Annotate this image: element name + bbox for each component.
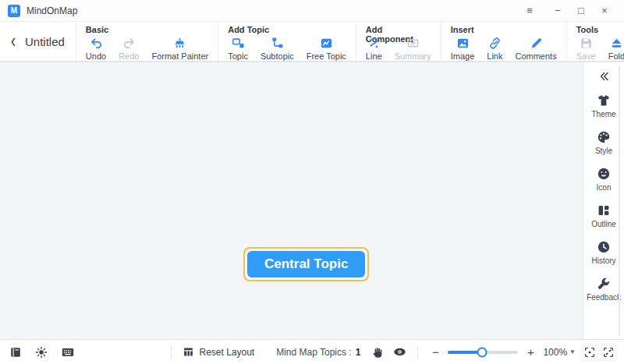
zoom-slider-thumb[interactable] [477, 347, 487, 357]
sidebar-item-feedback[interactable]: Feedback [587, 277, 621, 302]
zoom-dropdown-caret-icon[interactable]: ▼ [569, 348, 576, 355]
section-insert-label: Insert [451, 25, 557, 36]
divider [417, 346, 418, 359]
undo-button[interactable]: Undo [86, 37, 106, 61]
save-icon [580, 37, 593, 50]
center-root-button[interactable] [583, 346, 596, 359]
keyboard-shortcuts-icon[interactable] [61, 345, 75, 359]
reset-layout-button[interactable]: Reset Layout [183, 346, 254, 358]
comments-icon [530, 37, 543, 50]
subtopic-icon [271, 37, 284, 50]
topic-icon [232, 37, 245, 50]
outline-icon [597, 203, 611, 217]
section-insert: Insert Image Link [441, 22, 566, 61]
back-button[interactable]: ‹ [11, 31, 16, 51]
format-painter-button[interactable]: Format Painter [151, 37, 208, 61]
right-sidebar: Theme Style Icon Outline [583, 62, 624, 339]
subtopic-button[interactable]: Subtopic [261, 37, 294, 61]
section-add-component: Add Component Line Summary [356, 22, 441, 61]
section-add-topic: Add Topic Topic Subtopic [218, 22, 356, 61]
section-basic-label: Basic [86, 25, 208, 36]
reset-layout-icon [183, 346, 194, 358]
topic-counter-label: Mind Map Topics : [276, 347, 352, 358]
save-button[interactable]: Save [576, 37, 596, 61]
theme-icon [597, 94, 611, 108]
sidebar-item-history[interactable]: History [591, 240, 615, 265]
format-painter-icon [173, 37, 186, 50]
window-controls: ≡ − □ × [518, 5, 616, 16]
topic-counter: Mind Map Topics : 1 [276, 347, 360, 358]
preview-eye-button[interactable] [393, 345, 406, 359]
fold-icon [610, 37, 623, 50]
menu-icon[interactable]: ≡ [518, 5, 541, 16]
toolbar: ‹ Untitled Basic Undo Redo [0, 22, 624, 62]
close-button[interactable]: × [593, 5, 616, 16]
app-name: MindOnMap [27, 5, 77, 16]
style-icon [597, 130, 611, 144]
sidebar-item-outline[interactable]: Outline [591, 203, 616, 228]
sidebar-item-icon[interactable]: Icon [597, 167, 612, 192]
free-topic-icon [320, 37, 333, 50]
link-button[interactable]: Link [487, 37, 502, 61]
feedback-icon [597, 277, 611, 291]
fold-button[interactable]: Fold [608, 37, 624, 61]
summary-icon [406, 37, 420, 50]
section-add-component-label: Add Component [366, 25, 431, 36]
pan-hand-button[interactable] [371, 346, 384, 359]
line-button[interactable]: Line [366, 37, 382, 61]
line-icon [367, 37, 381, 50]
mindmap-canvas[interactable]: Central Topic Theme Style [0, 62, 624, 339]
fullscreen-button[interactable] [602, 346, 615, 359]
image-icon [456, 37, 470, 50]
sidebar-item-style[interactable]: Style [595, 130, 612, 155]
statusbar-left-icons [9, 345, 75, 359]
zoom-in-button[interactable]: + [524, 345, 537, 359]
section-tools-label: Tools [576, 25, 624, 36]
history-icon [597, 240, 611, 254]
zoom-slider[interactable] [448, 351, 518, 354]
document-nav: ‹ Untitled [6, 22, 76, 61]
central-topic-selection: Central Topic [243, 247, 369, 281]
sidebar-item-theme[interactable]: Theme [591, 94, 615, 118]
section-tools: Tools Save Fold [566, 22, 624, 61]
image-button[interactable]: Image [451, 37, 475, 61]
topic-button[interactable]: Topic [228, 37, 248, 61]
smiley-icon [597, 167, 611, 181]
comments-button[interactable]: Comments [515, 37, 556, 61]
section-basic: Basic Undo Redo [76, 22, 218, 61]
mindonmap-app: M MindOnMap ≡ − □ × ‹ Untitled Basic Und… [0, 0, 624, 364]
central-topic-node[interactable]: Central Topic [247, 251, 365, 277]
manual-icon[interactable] [9, 346, 22, 359]
app-logo-icon: M [8, 5, 20, 17]
summary-button[interactable]: Summary [395, 37, 431, 61]
zoom-percent-value[interactable]: 100% [543, 347, 567, 358]
zoom-out-button[interactable]: − [429, 345, 441, 359]
maximize-button[interactable]: □ [569, 5, 593, 16]
idea-lamp-icon[interactable] [35, 346, 48, 359]
topic-count-value: 1 [356, 347, 361, 358]
status-bar: Reset Layout Mind Map Topics : 1 − + 100… [0, 339, 624, 364]
section-add-topic-label: Add Topic [228, 25, 346, 36]
collapse-sidebar-button[interactable] [597, 70, 610, 83]
document-title[interactable]: Untitled [25, 35, 65, 48]
redo-button[interactable]: Redo [119, 37, 139, 61]
link-icon [488, 37, 502, 50]
divider [171, 346, 172, 359]
title-bar: M MindOnMap ≡ − □ × [0, 0, 624, 22]
redo-icon [122, 37, 136, 50]
free-topic-button[interactable]: Free Topic [307, 37, 346, 61]
minimize-button[interactable]: − [546, 5, 569, 16]
zoom-controls: − + 100% ▼ [429, 345, 615, 359]
undo-icon [90, 37, 103, 50]
